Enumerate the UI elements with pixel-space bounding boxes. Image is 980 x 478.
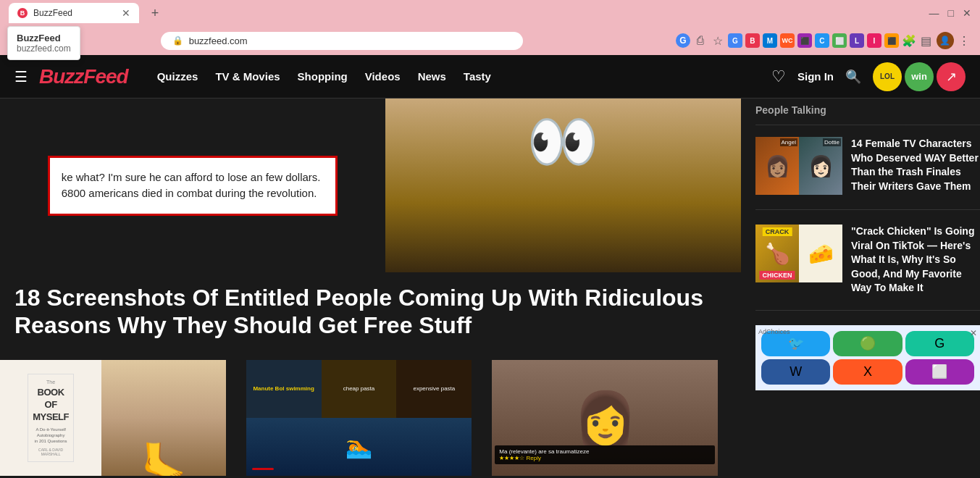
ext-2[interactable]: B (745, 33, 760, 48)
ad-icon-word: W (761, 359, 830, 385)
sign-in-button[interactable]: Sign In (797, 70, 834, 83)
tab-title: BuzzFeed (33, 8, 113, 18)
brand-badges: LOL win ↗ (873, 62, 966, 91)
ext-7[interactable]: ⬜ (832, 33, 847, 48)
sidebar-article-2[interactable]: CRACK 🍗 CHICKEN 🧀 "Crack Chicken" Is Goi… (755, 225, 980, 311)
thumb2-label3: expensive pasta (413, 385, 455, 393)
share-icon[interactable]: ⎙ (693, 33, 708, 48)
ext-5[interactable]: ⬛ (797, 33, 812, 48)
screenshot-text: ke what? I'm sure he can afford to lose … (62, 171, 321, 200)
book-cover: The BOOKOFMYSELF A Do-it-YourselfAutobio… (28, 374, 74, 462)
woman-image: 👩 (574, 388, 637, 448)
tv-cell-2: Dottie 👩🏻 (799, 137, 842, 195)
ext-3[interactable]: M (763, 33, 777, 48)
ad-close-button[interactable]: ✕ (970, 328, 977, 338)
article-card-1[interactable]: The BOOKOFMYSELF A Do-it-YourselfAutobio… (0, 360, 235, 478)
ad-icon-chrome: 🟢 (833, 331, 902, 356)
tooltip-url: buzzfeed.com (17, 43, 71, 54)
address-tooltip: BuzzFeed buzzfeed.com (7, 26, 80, 60)
feet-image: 🦶 (141, 441, 186, 476)
hamburger-menu-icon[interactable]: ☰ (14, 68, 28, 85)
new-tab-button[interactable]: + (145, 3, 165, 23)
win-badge[interactable]: win (905, 62, 934, 91)
ad-icon-app3: ⬜ (905, 359, 974, 385)
nav-tasty[interactable]: Tasty (464, 70, 491, 83)
article-card-2[interactable]: Manute Bol swimming cheap pasta expensiv… (246, 360, 481, 478)
article-card-3[interactable]: 👩 Ma (relevante) are sa traumatizeze ★★★… (492, 360, 726, 478)
hero-image: ke what? I'm sure he can afford to lose … (0, 98, 741, 272)
eyes-image: 👀 (527, 113, 599, 171)
search-icon[interactable]: 🔍 (845, 69, 861, 85)
tab-favicon: B (17, 8, 28, 18)
hero-article[interactable]: ke what? I'm sure he can afford to lose … (0, 98, 741, 348)
arrow-indicator (252, 468, 274, 470)
ext-6[interactable]: C (815, 33, 829, 48)
nav-tv-movies[interactable]: TV & Movies (215, 70, 280, 83)
address-bar[interactable]: buzzfeed.com (189, 35, 248, 46)
ad-choices-label: AdChoices (758, 328, 790, 335)
crack-label-bottom: CHICKEN (759, 271, 795, 280)
sidebar-toggle[interactable]: ▤ (919, 33, 934, 48)
ext-8[interactable]: L (850, 33, 864, 48)
hero-image-right: 👀 (385, 98, 742, 272)
ad-icon-grammarly: G (905, 331, 974, 356)
ad-icon-app2: X (833, 359, 902, 385)
tv-cell-1: Angel 👩🏽 (755, 137, 799, 195)
sidebar-top-partial: People Talking (755, 98, 980, 125)
sidebar-thumb-2: CRACK 🍗 CHICKEN 🧀 (755, 225, 842, 282)
tv-characters-image: Angel 👩🏽 Dottie 👩🏻 (755, 137, 842, 195)
site-nav: Quizzes TV & Movies Shopping Videos News… (157, 70, 771, 83)
article-grid: The BOOKOFMYSELF A Do-it-YourselfAutobio… (0, 348, 741, 478)
sidebar-article-1[interactable]: Angel 👩🏽 Dottie 👩🏻 14 Female TV Characte… (755, 137, 980, 210)
screenshot-content: ke what? I'm sure he can afford to lose … (48, 156, 338, 216)
article-thumb-3: 👩 Ma (relevante) are sa traumatizeze ★★★… (492, 360, 718, 476)
ext-1[interactable]: G (728, 33, 742, 48)
tv-label-2: Dottie (823, 138, 841, 146)
crack-chicken-image: CRACK 🍗 CHICKEN 🧀 (755, 225, 842, 282)
maximize-button[interactable]: □ (948, 7, 954, 19)
nav-quizzes[interactable]: Quizzes (157, 70, 198, 83)
nav-shopping[interactable]: Shopping (298, 70, 348, 83)
menu-button[interactable]: ⋮ (957, 33, 971, 48)
article-thumb-1: The BOOKOFMYSELF A Do-it-YourselfAutobio… (0, 360, 226, 476)
thumb2-label2: cheap pasta (343, 385, 375, 393)
window-close-button[interactable]: ✕ (963, 7, 971, 19)
overlay-text: Ma (relevante) are sa traumatizeze (499, 448, 711, 455)
lock-icon: 🔒 (172, 35, 183, 46)
hero-image-left: ke what? I'm sure he can afford to lose … (0, 98, 385, 272)
minimize-button[interactable]: — (929, 7, 939, 19)
buzzfeed-logo[interactable]: BuzzFeed (39, 65, 128, 88)
article-thumb-2: Manute Bol swimming cheap pasta expensiv… (246, 360, 472, 476)
right-sidebar: People Talking Angel 👩🏽 Dottie 👩🏻 (741, 98, 980, 478)
thumb3-overlay: Ma (relevante) are sa traumatizeze ★★★★☆… (495, 445, 715, 464)
header-right: ♡ Sign In 🔍 LOL win ↗ (771, 62, 966, 91)
overlay-rating: ★★★★☆ Reply (499, 455, 711, 461)
ext-puzzle[interactable]: 🧩 (902, 33, 916, 48)
crack-cell-2: 🧀 (799, 225, 842, 282)
trending-badge[interactable]: ↗ (937, 62, 966, 91)
tab-close-button[interactable]: ✕ (122, 7, 130, 19)
nav-news[interactable]: News (418, 70, 446, 83)
lol-badge[interactable]: LOL (873, 62, 902, 91)
win-text: win (911, 71, 927, 82)
trend-icon: ↗ (946, 69, 957, 85)
favorites-icon[interactable]: ♡ (771, 67, 786, 86)
sidebar-ad: AdChoices ✕ 🐦 🟢 G W X ⬜ (755, 325, 980, 390)
ext-9[interactable]: I (867, 33, 881, 48)
crack-cell-1: CRACK 🍗 CHICKEN (755, 225, 799, 282)
user-avatar[interactable]: 👤 (937, 32, 954, 49)
thumb2-label1: Manute Bol swimming (253, 385, 314, 393)
swimming-image: 🏊 (345, 434, 372, 459)
sidebar-article-title-1: 14 Female TV Characters Who Deserved WAY… (851, 137, 980, 195)
ext-4[interactable]: WC (780, 33, 795, 48)
tooltip-title: BuzzFeed (17, 33, 71, 43)
tv-label-1: Angel (780, 138, 797, 146)
bookmark-icon[interactable]: ☆ (711, 33, 725, 48)
hero-title: 18 Screenshots Of Entitled People Coming… (14, 284, 726, 340)
nav-videos[interactable]: Videos (365, 70, 401, 83)
lol-text: LOL (880, 73, 895, 80)
sidebar-article-title-2: "Crack Chicken" Is Going Viral On TikTok… (851, 225, 980, 295)
google-ext-icon[interactable]: G (676, 33, 690, 48)
ext-10[interactable]: ⬛ (884, 33, 899, 48)
sidebar-thumb-1: Angel 👩🏽 Dottie 👩🏻 (755, 137, 842, 195)
